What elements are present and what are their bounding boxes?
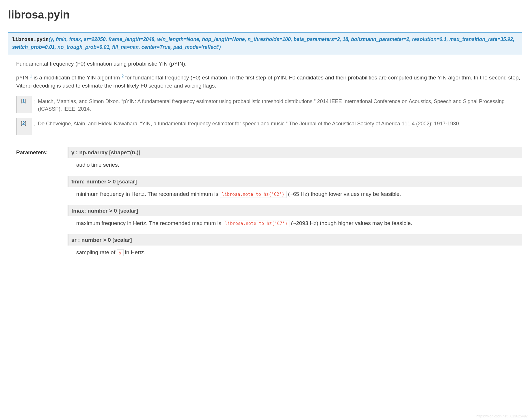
param-head: sr : number > 0 [scalar] (68, 234, 522, 246)
citation-label[interactable]: [1] (17, 96, 32, 113)
param-desc: maximum frequency in Hertz. The recomend… (68, 216, 522, 230)
citation-bracket: ] (25, 98, 26, 104)
param-desc-text: (~65 Hz) though lower values may be feas… (288, 191, 401, 197)
function-signature: librosa.pyin(y, fmin, fmax, sr=22050, fr… (8, 32, 522, 55)
param-desc: minimum frequency in Hertz. The recomend… (68, 187, 522, 201)
citation-number: 2 (22, 120, 25, 126)
signature-function-name: pyin (36, 36, 49, 42)
param-head: fmax: number > 0 [scalar] (68, 205, 522, 217)
citation-text: Mauch, Matthias, and Simon Dixon. “pYIN:… (37, 96, 522, 113)
param-fmin: fmin: number > 0 [scalar] minimum freque… (68, 176, 522, 201)
citation-label[interactable]: [2] (17, 118, 32, 135)
inline-code: librosa.note_to_hz('C7') (223, 220, 290, 227)
param-fmax: fmax: number > 0 [scalar] maximum freque… (68, 205, 522, 230)
page-title: librosa.pyin (8, 7, 522, 23)
param-desc: audio time series. (68, 158, 522, 172)
param-desc-text: maximum frequency in Hertz. The recomend… (76, 220, 223, 226)
param-desc: sampling rate of y in Hertz. (68, 246, 522, 259)
citation-separator: : (32, 118, 37, 128)
description-paragraph: pYIN 1 is a modificatin of the YIN algor… (16, 73, 522, 90)
inline-code: y (117, 249, 123, 256)
title-rule (8, 28, 522, 28)
signature-module: librosa. (12, 36, 36, 42)
signature-args: y, fmin, fmax, sr=22050, frame_length=20… (12, 36, 514, 50)
param-head: y : np.ndarray [shape=(n,)] (68, 147, 522, 158)
citation-bracket: ] (25, 120, 26, 126)
signature-close-paren: ) (219, 44, 221, 50)
citation-number: 1 (22, 98, 25, 104)
param-desc-text: sampling rate of (76, 249, 117, 255)
lead-paragraph: Fundamental frequency (F0) estimation us… (16, 60, 522, 68)
param-head: fmin: number > 0 [scalar] (68, 176, 522, 187)
citation-text: De Cheveigné, Alain, and Hideki Kawahara… (37, 118, 522, 127)
citation-block: [2] : De Cheveigné, Alain, and Hideki Ka… (16, 118, 522, 135)
param-y: y : np.ndarray [shape=(n,)] audio time s… (68, 147, 522, 172)
param-desc-text: in Hertz. (125, 249, 146, 255)
parameters-heading: Parameters: (16, 147, 59, 263)
param-desc-text: minimum frequency in Hertz. The recomend… (76, 191, 220, 197)
desc-text: is a modificatin of the YIN algorithm (32, 75, 121, 81)
desc-text: pYIN (16, 75, 30, 81)
citation-separator: : (32, 96, 37, 106)
param-sr: sr : number > 0 [scalar] sampling rate o… (68, 234, 522, 259)
citation-block: [1] : Mauch, Matthias, and Simon Dixon. … (16, 96, 522, 113)
inline-code: librosa.note_to_hz('C2') (220, 191, 287, 198)
param-desc-text: (~2093 Hz) though higher values may be f… (291, 220, 412, 226)
